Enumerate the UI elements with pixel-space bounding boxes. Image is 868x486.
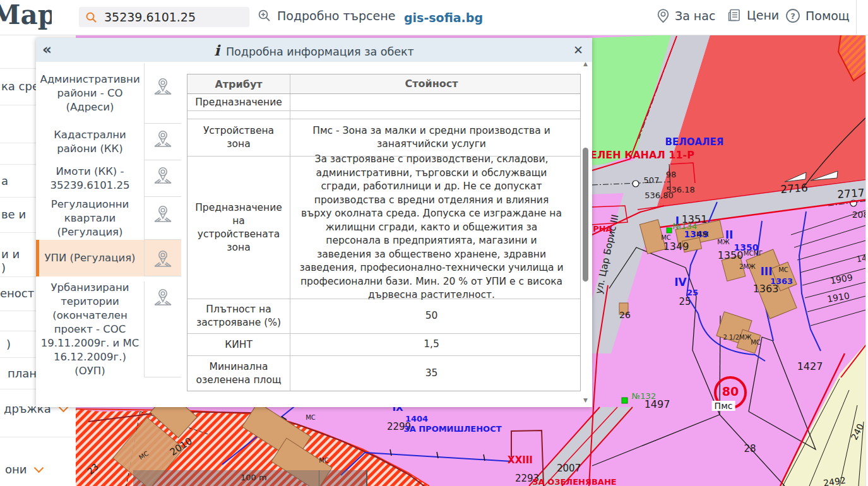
- close-panel-button[interactable]: ✕: [573, 43, 583, 57]
- svg-text:?: ?: [790, 11, 795, 21]
- value-cell: 35: [290, 356, 580, 391]
- map-label: 98: [666, 170, 677, 179]
- layer-label[interactable]: УПИ (Регулация): [36, 240, 144, 276]
- sidebar-item[interactable]: ка сре: [1, 80, 39, 93]
- map-label: 25: [679, 297, 691, 307]
- table-row: Устройствена зонаПмс - Зона за малки и с…: [187, 119, 580, 157]
- column-header-value: Стойност: [290, 74, 580, 93]
- map-label: ЗА ОЗЕЛЕНЯВАНЕ: [532, 478, 616, 486]
- map-label: 1427: [797, 362, 823, 372]
- sidebar-item[interactable]: еност: [0, 287, 34, 300]
- layer-label[interactable]: Имоти (КК) - 35239.6101.25: [36, 160, 144, 197]
- layer-label[interactable]: Кадастрални райони (КК): [36, 124, 144, 160]
- sidebar-item[interactable]: план: [8, 367, 37, 380]
- table-row: Предназначение: [187, 94, 580, 111]
- point-marker: [667, 228, 672, 233]
- nav-prices[interactable]: Цени: [727, 8, 779, 22]
- scroll-gutter: [865, 0, 868, 486]
- attribute-cell: [187, 111, 290, 119]
- nav-help[interactable]: ? Помощ: [785, 8, 850, 23]
- nav-about[interactable]: За нас: [657, 8, 715, 23]
- layer-label[interactable]: Административни райони - СО (Адреси): [36, 63, 144, 124]
- table-row: Плътност на застрояване (%)50: [187, 299, 580, 334]
- map-label: 80: [722, 386, 739, 398]
- map-label: 1497: [645, 400, 670, 410]
- map-label: XXIII: [508, 456, 533, 465]
- map-label: МС: [778, 267, 788, 273]
- sidebar-item[interactable]: ): [1, 261, 6, 275]
- zoom-to-layer-button[interactable]: [144, 282, 181, 377]
- scale-label: 100 m: [241, 473, 267, 482]
- zoom-to-layer-button[interactable]: [144, 197, 181, 240]
- attribute-table: АтрибутСтойностПредназначениеУстройствен…: [187, 74, 581, 391]
- sidebar-item[interactable]: они: [5, 463, 42, 476]
- table-row: Предназначение на устройствената зонаЗа …: [187, 157, 580, 299]
- layer-item[interactable]: Кадастрални райони (КК): [36, 124, 181, 160]
- map-label: Пмс: [712, 401, 735, 411]
- attribute-cell: Мининална озеленена площ: [187, 356, 290, 391]
- chevron-down-icon: [34, 463, 44, 473]
- zoom-to-layer-button[interactable]: [144, 160, 181, 197]
- map-label: МСМГ: [744, 251, 763, 257]
- app-logo: Map: [0, 0, 52, 32]
- map-label: 2492: [823, 476, 846, 486]
- scrollbar-thumb[interactable]: [583, 148, 588, 282]
- attribute-cell: Предназначение на устройствената зона: [187, 157, 290, 299]
- map-label: 26: [619, 311, 631, 319]
- zoom-to-layer-icon: [152, 203, 174, 226]
- object-info-panel: « iПодробна информация за обект ✕ Админи…: [36, 38, 592, 407]
- table-header-row: АтрибутСтойност: [187, 74, 580, 94]
- zoom-to-layer-button[interactable]: [144, 240, 181, 276]
- value-cell: За застрояване с производствени, складов…: [290, 157, 580, 299]
- table-scrollbar: ▲ ▼: [581, 61, 590, 405]
- map-label: ЗА ПРОМИШЛЕНОСТ: [403, 425, 501, 433]
- sidebar-item[interactable]: ): [6, 338, 11, 351]
- price-list-icon: [727, 8, 742, 22]
- zoom-to-layer-icon: [152, 287, 174, 309]
- map-label: 2МЖ: [739, 264, 756, 270]
- column-header-attribute: Атрибут: [187, 74, 290, 93]
- advanced-search-button[interactable]: Подробно търсене: [258, 9, 395, 23]
- map-label: 2007: [557, 464, 581, 473]
- scale-bar: 100 m: [133, 470, 367, 486]
- sidebar-item[interactable]: ве и: [1, 208, 26, 221]
- sidebar-item[interactable]: и и: [1, 247, 20, 261]
- zoom-to-layer-button[interactable]: [144, 63, 181, 124]
- site-link[interactable]: gis-sofia.bg: [404, 11, 483, 25]
- map-label: ТЕЛЕН КАНАЛ 11-Р: [583, 150, 694, 160]
- help-icon: ?: [785, 8, 800, 23]
- layer-label[interactable]: Регулационни квартали (Регулация): [36, 197, 144, 240]
- zoom-to-layer-icon: [152, 128, 174, 151]
- zoom-to-layer-button[interactable]: [144, 124, 181, 160]
- scroll-down-arrow[interactable]: ▼: [581, 397, 590, 405]
- map-label: 28: [744, 444, 756, 454]
- map-label: МЖ: [696, 232, 708, 238]
- scroll-up-arrow[interactable]: ▲: [581, 61, 590, 68]
- map-label: 2717: [837, 187, 865, 200]
- attribute-cell: Предназначение: [187, 94, 290, 110]
- map-label: 2716: [780, 182, 808, 195]
- panel-header: « iПодробна информация за обект ✕: [36, 38, 592, 62]
- layer-item[interactable]: Имоти (КК) - 35239.6101.25: [36, 160, 181, 197]
- map-label: МС: [306, 415, 316, 421]
- zoom-to-layer-icon: [152, 165, 174, 187]
- table-row: КИНТ1,5: [187, 334, 580, 356]
- layer-label[interactable]: Урбанизирани територии (окончателен прое…: [36, 282, 144, 377]
- value-cell: [290, 111, 580, 119]
- location-pin-icon: [657, 8, 670, 23]
- map-label: 536,80: [645, 191, 674, 199]
- layer-item[interactable]: Урбанизирани територии (окончателен прое…: [36, 282, 181, 377]
- scale-tick: [319, 470, 319, 486]
- map-label: МС: [319, 458, 329, 464]
- map-label: МЖ: [717, 239, 729, 246]
- zoom-to-layer-icon: [152, 76, 174, 98]
- layer-item[interactable]: Регулационни квартали (Регулация): [36, 197, 181, 240]
- layer-item-selected[interactable]: УПИ (Регулация): [36, 240, 181, 276]
- search-input[interactable]: [103, 9, 238, 25]
- panel-title: iПодробна информация за обект: [36, 42, 592, 59]
- value-cell: Пмс - Зона за малки и средни производств…: [290, 119, 580, 156]
- sidebar-item[interactable]: а: [1, 174, 8, 187]
- table-row: Мининална озеленена площ35: [187, 356, 580, 391]
- layer-item[interactable]: Административни райони - СО (Адреси): [36, 63, 181, 124]
- map-label: 1349: [663, 242, 689, 252]
